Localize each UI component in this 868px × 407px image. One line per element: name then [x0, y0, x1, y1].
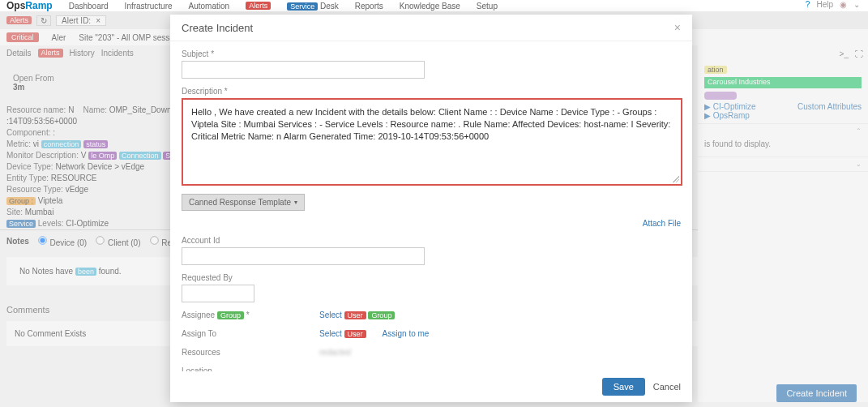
notes-client-radio[interactable]	[96, 236, 104, 244]
assignee-star: *	[244, 311, 250, 319]
resources-label: Resources	[182, 348, 303, 357]
notes-device-radio[interactable]	[38, 236, 46, 244]
pill-status: status	[83, 140, 108, 148]
description-textarea[interactable]: Hello , We have created a new Incident w…	[182, 98, 682, 186]
assign-to-label: Assign To	[182, 329, 303, 338]
subject-label: Subject *	[182, 49, 681, 58]
dv-metric: vi	[33, 139, 39, 148]
create-incident-button[interactable]: Create Incident	[776, 384, 857, 402]
alert-id-label: Alert ID:	[62, 16, 91, 25]
pur-bar	[704, 92, 737, 100]
dv-group: Viptela	[38, 196, 62, 205]
console-icon[interactable]: >_	[840, 49, 849, 58]
rp-sect-found: ⌃ is found to display.	[698, 124, 868, 157]
modal-close-icon[interactable]: ×	[674, 21, 681, 34]
select-user-group-link[interactable]: Select User Group	[319, 311, 395, 319]
ation-pill: ation	[704, 66, 727, 74]
dv-mondesc: V	[81, 151, 87, 160]
pill-service: Service	[6, 220, 36, 228]
notes-device-label: Device (0)	[50, 238, 88, 247]
assignee-user-pill: User	[344, 311, 366, 319]
nav-knowledge-base[interactable]: Knowledge Base	[400, 2, 460, 11]
rp-sect-3: ⌄	[698, 157, 868, 172]
help-area: ? Help ◉ ⌄	[806, 0, 860, 9]
assignee-field: Assignee Group * Select User Group	[182, 311, 681, 319]
dk-restype: Resource Type:	[6, 185, 63, 194]
user-icon[interactable]: ◉	[840, 0, 847, 9]
notes-label: Notes	[6, 237, 29, 246]
description-label: Description *	[182, 87, 681, 96]
subject-input[interactable]	[182, 61, 425, 79]
tab-history[interactable]: History	[70, 49, 95, 58]
tab-incidents[interactable]: Incidents	[101, 49, 134, 58]
chevron-down-icon[interactable]: ⌄	[853, 0, 860, 9]
nav-automation[interactable]: Automation	[189, 2, 230, 11]
ci-opt-label[interactable]: CI-Optimize	[713, 102, 756, 111]
right-panel-icons: >_ ⛶	[698, 45, 868, 62]
nav-dashboard[interactable]: Dashboard	[69, 2, 109, 11]
logo[interactable]: OpsRamp	[6, 0, 53, 11]
modal-header: Create Incident ×	[170, 15, 692, 41]
rp-green-bar: Carousel Industries	[704, 77, 862, 88]
cancel-button[interactable]: Cancel	[653, 382, 681, 392]
resources-field: Resources redacted	[182, 348, 681, 357]
account-input[interactable]	[182, 247, 425, 265]
pill-omp: le Omp	[88, 152, 117, 160]
dv-resource-name: N	[68, 105, 74, 114]
alerts-badge[interactable]: Alerts	[6, 16, 32, 24]
requested-input[interactable]	[182, 285, 254, 302]
triangle-icon2: ▶	[704, 111, 711, 120]
subject-field: Subject *	[182, 49, 681, 79]
logo-ramp: Ramp	[25, 0, 52, 11]
notes-msg-post: found.	[96, 267, 122, 276]
notes-client[interactable]: Client (0)	[95, 235, 140, 247]
select-label1: Select	[319, 311, 344, 319]
opsramp-label[interactable]: OpsRamp	[713, 111, 750, 120]
resources-value: redacted	[319, 348, 351, 357]
chevron-up-icon[interactable]: ⌃	[856, 127, 862, 135]
notes-remaining-radio[interactable]	[150, 236, 158, 244]
dk-name: Name:	[83, 105, 107, 114]
pill-conn2: Connection	[119, 152, 161, 160]
notes-device[interactable]: Device (0)	[37, 235, 87, 247]
help-label[interactable]: Help	[816, 0, 833, 9]
dk-enttype: Entity Type:	[6, 174, 49, 182]
canned-response-dropdown[interactable]: Canned Response Template	[182, 194, 305, 211]
create-incident-modal: Create Incident × Subject * Description …	[170, 15, 692, 402]
select-user-link[interactable]: Select User	[319, 329, 366, 338]
nav-alerts[interactable]: Alerts	[246, 2, 271, 10]
dk-site: Site:	[6, 208, 23, 216]
assignee-label-text: Assignee	[182, 311, 217, 319]
tab-details[interactable]: Details	[6, 49, 32, 58]
chevron-down-icon[interactable]: ⌄	[856, 161, 862, 168]
assignee-group-pill: Group	[217, 311, 244, 319]
dk-component: Component:	[6, 128, 50, 137]
expand-icon[interactable]: ⛶	[855, 49, 863, 58]
nav-reports[interactable]: Reports	[355, 2, 383, 11]
nav-setup[interactable]: Setup	[477, 2, 498, 11]
attach-file-link[interactable]: Attach File	[643, 219, 681, 228]
nav-service-badge: Service	[287, 2, 318, 11]
help-icon[interactable]: ?	[806, 0, 810, 9]
notes-msg-pre: No Notes have	[19, 267, 75, 276]
requested-field: Requested By	[182, 273, 681, 302]
nav-infrastructure[interactable]: Infrastructure	[125, 2, 173, 11]
refresh-icon[interactable]: ↻	[36, 15, 51, 26]
pill-connection: connection	[41, 140, 82, 148]
aler-text: Aler	[52, 33, 66, 42]
dv-restype: vEdge	[66, 185, 88, 194]
carousel-label: Carousel Industries	[708, 78, 771, 86]
custom-attributes-link[interactable]: Custom Attributes	[797, 102, 862, 111]
notes-seen-pill: been	[75, 268, 96, 276]
close-icon[interactable]: ×	[96, 16, 100, 25]
modal-body: Subject * Description * Hello , We have …	[170, 41, 692, 371]
assign-to-me-link[interactable]: Assign to me	[383, 329, 430, 338]
save-button[interactable]: Save	[602, 378, 645, 396]
assignee-label: Assignee Group *	[182, 311, 303, 319]
nav-service-desk[interactable]: Service Desk	[287, 2, 339, 11]
tab-alerts[interactable]: Alerts	[38, 49, 63, 58]
canned-label: Canned Response Template	[189, 198, 291, 207]
dk-metric: Metric:	[6, 139, 31, 148]
found-display-text: is found to display.	[704, 139, 771, 148]
alert-id-tab[interactable]: Alert ID: ×	[56, 15, 106, 26]
